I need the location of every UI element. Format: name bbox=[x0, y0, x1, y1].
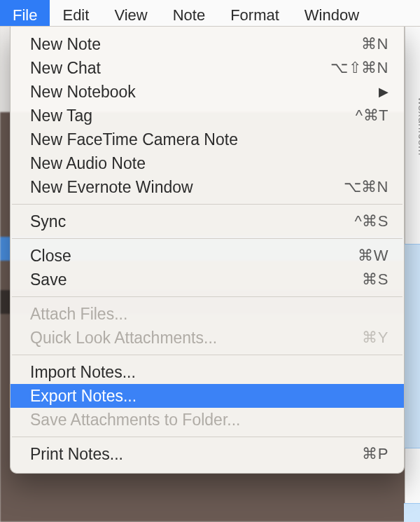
menu-item-shortcut: ⌘P bbox=[362, 445, 388, 463]
menu-item-label: Export Notes... bbox=[30, 387, 388, 406]
menu-item-label: Attach Files... bbox=[30, 305, 388, 324]
menu-item-label: New Evernote Window bbox=[30, 178, 344, 197]
menu-separator bbox=[12, 296, 402, 297]
menu-separator bbox=[12, 355, 402, 355]
menu-item-label: Close bbox=[30, 247, 358, 266]
menu-item-new-facetime[interactable]: New FaceTime Camera Note bbox=[10, 128, 404, 151]
menu-note[interactable]: Note bbox=[160, 0, 218, 26]
menu-item-attach-files: Attach Files... bbox=[10, 302, 404, 326]
menu-item-import-notes[interactable]: Import Notes... bbox=[10, 360, 404, 384]
menu-item-label: New Audio Note bbox=[30, 154, 388, 173]
menu-item-new-notebook[interactable]: New Notebook ▶ bbox=[10, 80, 404, 104]
menu-item-label: Save Attachments to Folder... bbox=[30, 411, 388, 430]
menu-format[interactable]: Format bbox=[218, 0, 292, 26]
submenu-arrow-icon: ▶ bbox=[374, 84, 388, 99]
menu-item-close[interactable]: Close ⌘W bbox=[10, 244, 404, 268]
menu-item-label: New FaceTime Camera Note bbox=[30, 130, 388, 149]
menu-separator bbox=[12, 238, 402, 239]
menu-item-label: Sync bbox=[30, 212, 355, 231]
menu-item-save[interactable]: Save ⌘S bbox=[10, 268, 404, 291]
menu-item-shortcut: ⌘S bbox=[362, 270, 388, 289]
menu-view[interactable]: View bbox=[102, 0, 160, 26]
menu-item-label: Quick Look Attachments... bbox=[30, 329, 362, 348]
menubar: File Edit View Note Format Window bbox=[0, 0, 420, 27]
menu-file[interactable]: File bbox=[0, 0, 50, 26]
menu-item-new-window[interactable]: New Evernote Window ⌥⌘N bbox=[10, 175, 404, 199]
menu-item-quick-look: Quick Look Attachments... ⌘Y bbox=[10, 326, 404, 350]
watermark: wsxdn.com bbox=[416, 97, 420, 156]
menu-item-label: New Notebook bbox=[30, 83, 374, 102]
menu-separator bbox=[12, 437, 402, 437]
menu-item-shortcut: ⌘Y bbox=[362, 329, 388, 347]
menu-item-shortcut: ^⌘S bbox=[355, 212, 389, 231]
menu-item-shortcut: ⌘N bbox=[361, 35, 388, 53]
menu-item-print-notes[interactable]: Print Notes... ⌘P bbox=[10, 442, 404, 466]
menu-item-label: Import Notes... bbox=[30, 363, 388, 382]
menu-item-save-attachments: Save Attachments to Folder... bbox=[10, 408, 404, 432]
menu-item-new-chat[interactable]: New Chat ⌥⇧⌘N bbox=[10, 56, 404, 80]
menu-item-shortcut: ⌥⌘N bbox=[344, 178, 388, 196]
file-menu-dropdown: New Note ⌘N New Chat ⌥⇧⌘N New Notebook ▶… bbox=[10, 27, 405, 474]
menu-item-shortcut: ^⌘T bbox=[356, 107, 388, 125]
menu-item-new-tag[interactable]: New Tag ^⌘T bbox=[10, 104, 404, 128]
menu-item-label: Print Notes... bbox=[30, 445, 362, 464]
menu-item-new-note[interactable]: New Note ⌘N bbox=[10, 32, 404, 56]
menu-separator bbox=[12, 204, 402, 205]
menu-item-export-notes[interactable]: Export Notes... bbox=[10, 384, 404, 408]
menu-item-shortcut: ⌥⇧⌘N bbox=[330, 59, 388, 77]
menu-item-new-audio[interactable]: New Audio Note bbox=[10, 151, 404, 175]
menu-item-label: New Chat bbox=[30, 59, 330, 78]
menu-item-label: New Note bbox=[30, 35, 361, 54]
menu-item-shortcut: ⌘W bbox=[358, 247, 388, 265]
menu-edit[interactable]: Edit bbox=[50, 0, 102, 26]
menu-item-sync[interactable]: Sync ^⌘S bbox=[10, 210, 404, 233]
menu-item-label: Save bbox=[30, 270, 362, 289]
menu-item-label: New Tag bbox=[30, 107, 356, 125]
menu-window[interactable]: Window bbox=[292, 0, 372, 26]
